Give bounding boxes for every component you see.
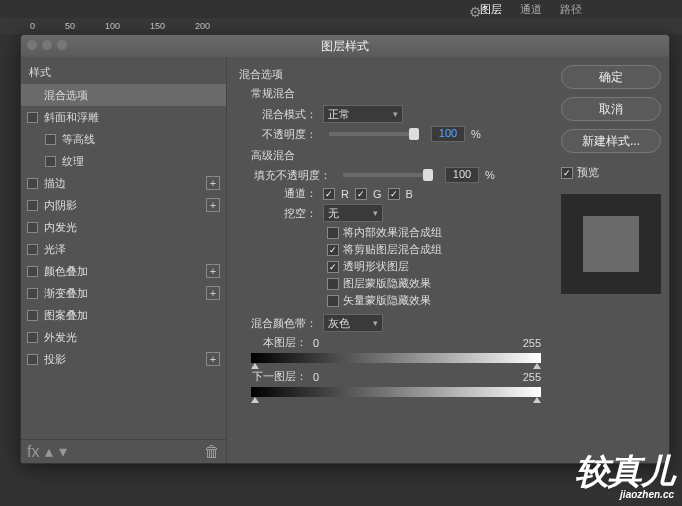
style-label: 斜面和浮雕 bbox=[44, 110, 99, 125]
add-effect-icon[interactable]: + bbox=[206, 286, 220, 300]
style-label: 内阴影 bbox=[44, 198, 77, 213]
preview-swatch bbox=[561, 194, 661, 294]
style-checkbox[interactable] bbox=[27, 200, 38, 211]
dialog-actions: 确定 取消 新建样式... 预览 bbox=[553, 57, 669, 463]
option-checkbox[interactable] bbox=[327, 244, 339, 256]
style-checkbox[interactable] bbox=[45, 156, 56, 167]
style-row[interactable]: 等高线 bbox=[21, 128, 226, 150]
watermark: 较真儿 jiaozhen.cc bbox=[575, 449, 674, 500]
style-checkbox[interactable] bbox=[27, 288, 38, 299]
style-label: 图案叠加 bbox=[44, 308, 88, 323]
style-label: 光泽 bbox=[44, 242, 66, 257]
cancel-button[interactable]: 取消 bbox=[561, 97, 661, 121]
styles-header: 样式 bbox=[21, 61, 226, 84]
option-label: 图层蒙版隐藏效果 bbox=[343, 276, 431, 291]
channel-b-checkbox[interactable] bbox=[388, 188, 400, 200]
style-checkbox[interactable] bbox=[27, 354, 38, 365]
style-row[interactable]: 光泽 bbox=[21, 238, 226, 260]
style-label: 纹理 bbox=[62, 154, 84, 169]
style-row[interactable]: 描边+ bbox=[21, 172, 226, 194]
panel-tabs: 图层 通道 路径 bbox=[480, 0, 582, 18]
option-checkbox[interactable] bbox=[327, 227, 339, 239]
style-row[interactable]: 纹理 bbox=[21, 150, 226, 172]
layer-style-dialog: 图层样式 样式 混合选项斜面和浮雕等高线纹理描边+内阴影+内发光光泽颜色叠加+渐… bbox=[20, 34, 670, 464]
tab-layers[interactable]: 图层 bbox=[480, 2, 502, 17]
style-checkbox[interactable] bbox=[45, 134, 56, 145]
style-row[interactable]: 外发光 bbox=[21, 326, 226, 348]
preview-checkbox[interactable] bbox=[561, 167, 573, 179]
style-row[interactable]: 颜色叠加+ bbox=[21, 260, 226, 282]
knockout-select[interactable]: 无 bbox=[323, 204, 383, 222]
trash-icon[interactable]: 🗑 bbox=[204, 443, 220, 461]
style-row[interactable]: 内阴影+ bbox=[21, 194, 226, 216]
new-style-button[interactable]: 新建样式... bbox=[561, 129, 661, 153]
style-row[interactable]: 内发光 bbox=[21, 216, 226, 238]
style-label: 描边 bbox=[44, 176, 66, 191]
close-icon[interactable] bbox=[27, 40, 37, 50]
minimize-icon[interactable] bbox=[42, 40, 52, 50]
style-checkbox[interactable] bbox=[27, 310, 38, 321]
style-label: 内发光 bbox=[44, 220, 77, 235]
channel-g-checkbox[interactable] bbox=[355, 188, 367, 200]
add-effect-icon[interactable]: + bbox=[206, 352, 220, 366]
style-row[interactable]: 斜面和浮雕 bbox=[21, 106, 226, 128]
zoom-icon[interactable] bbox=[57, 40, 67, 50]
channel-r-checkbox[interactable] bbox=[323, 188, 335, 200]
option-checkbox[interactable] bbox=[327, 261, 339, 273]
style-label: 渐变叠加 bbox=[44, 286, 88, 301]
style-checkbox[interactable] bbox=[27, 266, 38, 277]
option-checkbox[interactable] bbox=[327, 278, 339, 290]
dialog-titlebar[interactable]: 图层样式 bbox=[21, 35, 669, 57]
style-checkbox[interactable] bbox=[27, 222, 38, 233]
style-row[interactable]: 混合选项 bbox=[21, 84, 226, 106]
opacity-input[interactable]: 100 bbox=[431, 126, 465, 142]
style-label: 混合选项 bbox=[44, 88, 88, 103]
style-checkbox[interactable] bbox=[27, 244, 38, 255]
opacity-slider[interactable] bbox=[329, 132, 419, 136]
style-label: 颜色叠加 bbox=[44, 264, 88, 279]
style-row[interactable]: 渐变叠加+ bbox=[21, 282, 226, 304]
option-label: 矢量蒙版隐藏效果 bbox=[343, 293, 431, 308]
add-effect-icon[interactable]: + bbox=[206, 198, 220, 212]
add-effect-icon[interactable]: + bbox=[206, 264, 220, 278]
option-label: 透明形状图层 bbox=[343, 259, 409, 274]
style-label: 外发光 bbox=[44, 330, 77, 345]
ruler: 050100150200 bbox=[0, 18, 682, 34]
fill-opacity-input[interactable]: 100 bbox=[445, 167, 479, 183]
down-icon[interactable]: ▾ bbox=[59, 442, 67, 461]
style-row[interactable]: 投影+ bbox=[21, 348, 226, 370]
blend-mode-select[interactable]: 正常 bbox=[323, 105, 403, 123]
under-layer-gradient[interactable] bbox=[251, 387, 541, 397]
tab-channels[interactable]: 通道 bbox=[520, 2, 542, 17]
style-checkbox[interactable] bbox=[27, 178, 38, 189]
style-label: 投影 bbox=[44, 352, 66, 367]
up-icon[interactable]: ▴ bbox=[45, 442, 53, 461]
option-label: 将剪贴图层混合成组 bbox=[343, 242, 442, 257]
fill-opacity-slider[interactable] bbox=[343, 173, 433, 177]
styles-footer: fx ▴ ▾ 🗑 bbox=[21, 439, 226, 463]
fx-icon[interactable]: fx bbox=[27, 443, 39, 461]
style-checkbox[interactable] bbox=[27, 332, 38, 343]
this-layer-gradient[interactable] bbox=[251, 353, 541, 363]
blending-options-panel: 混合选项 常规混合 混合模式： 正常 不透明度： 100 % 高级混合 填充不透… bbox=[227, 57, 553, 463]
ok-button[interactable]: 确定 bbox=[561, 65, 661, 89]
blend-if-select[interactable]: 灰色 bbox=[323, 314, 383, 332]
style-checkbox[interactable] bbox=[27, 112, 38, 123]
styles-panel: 样式 混合选项斜面和浮雕等高线纹理描边+内阴影+内发光光泽颜色叠加+渐变叠加+图… bbox=[21, 57, 227, 463]
option-checkbox[interactable] bbox=[327, 295, 339, 307]
option-label: 将内部效果混合成组 bbox=[343, 225, 442, 240]
style-label: 等高线 bbox=[62, 132, 95, 147]
dialog-title: 图层样式 bbox=[321, 38, 369, 55]
add-effect-icon[interactable]: + bbox=[206, 176, 220, 190]
tab-paths[interactable]: 路径 bbox=[560, 2, 582, 17]
style-row[interactable]: 图案叠加 bbox=[21, 304, 226, 326]
